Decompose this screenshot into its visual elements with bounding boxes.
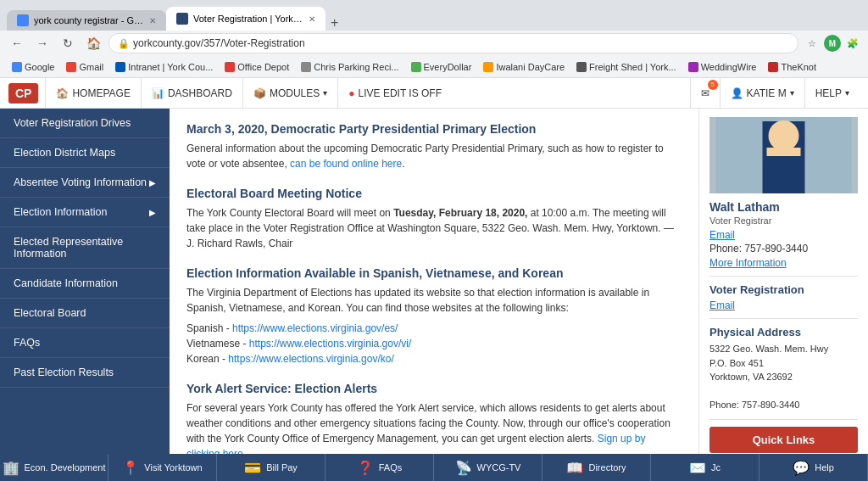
section-york-alert: York Alert Service: Election Alerts For … xyxy=(186,382,682,454)
sidebar-label-election-info: Election Information xyxy=(14,206,107,218)
divider-3 xyxy=(709,419,858,420)
cms-help[interactable]: HELP ▾ xyxy=(804,78,860,109)
bookmark-intranet[interactable]: Intranet | York Cou... xyxy=(110,60,218,74)
cms-nav-homepage[interactable]: 🏠 HOMEPAGE xyxy=(45,78,140,109)
bottom-nav-directory[interactable]: 📖 Directory xyxy=(542,454,651,481)
bottom-nav-faqs[interactable]: ❓ FAQs xyxy=(326,454,434,481)
wycg-icon: 📡 xyxy=(455,460,472,476)
sidebar-item-candidate[interactable]: Candidate Information xyxy=(0,269,170,299)
sidebar-item-past-results[interactable]: Past Election Results xyxy=(0,358,170,388)
bottom-nav-econ-label: Econ. Development xyxy=(25,462,106,473)
sidebar-item-election-maps[interactable]: Election District Maps xyxy=(0,138,170,168)
section-title-board: Electoral Board Meeting Notice xyxy=(186,187,682,200)
tab-close-2[interactable]: ✕ xyxy=(309,14,315,24)
home-button[interactable]: 🏠 xyxy=(83,33,103,53)
bottom-nav-wycg[interactable]: 📡 WYCG-TV xyxy=(434,454,542,481)
bookmark-freight[interactable]: Freight Shed | York... xyxy=(571,60,682,74)
physical-address-text: 5322 Geo. Wash. Mem. Hwy P.O. Box 451 Yo… xyxy=(709,342,858,412)
cms-nav-modules[interactable]: 📦 MODULES ▾ xyxy=(242,78,337,109)
forward-button[interactable]: → xyxy=(32,33,53,53)
tab-favicon-1 xyxy=(17,14,29,26)
bookmark-dollar[interactable]: EveryDollar xyxy=(406,60,477,74)
refresh-button[interactable]: ↻ xyxy=(58,33,78,53)
bookmark-label-gmail: Gmail xyxy=(79,62,103,72)
bookmark-icon-wedding xyxy=(688,62,698,72)
bookmark-knot[interactable]: TheKnot xyxy=(763,60,821,74)
section-title-languages: Election Information Available in Spanis… xyxy=(186,266,682,280)
section-text-board: The York County Electoral Board will mee… xyxy=(186,205,682,251)
sidebar-item-electoral-board[interactable]: Electoral Board xyxy=(0,299,170,328)
election-info-arrow-icon: ▶ xyxy=(149,208,156,217)
browser-tab-2[interactable]: Voter Registration | York County... ✕ xyxy=(166,7,326,31)
bookmark-gmail[interactable]: Gmail xyxy=(61,60,108,74)
bookmark-label-google: Google xyxy=(25,62,54,72)
bookmark-icon-dollar xyxy=(411,62,421,72)
address-icons: ☆ M 🧩 xyxy=(804,35,861,52)
signup-link[interactable]: Sign up by clicking here. xyxy=(186,433,645,454)
cms-logo: CP xyxy=(8,83,38,103)
spanish-link[interactable]: https://www.elections.virginia.gov/es/ xyxy=(232,322,398,334)
profile-icon[interactable]: M xyxy=(824,35,841,52)
bottom-nav-econ[interactable]: 🏢 Econ. Development xyxy=(0,454,108,481)
bottom-nav-contact-label: Jc xyxy=(711,462,721,473)
section-primary-election: March 3, 2020, Democratic Party Presiden… xyxy=(186,122,682,171)
absentee-arrow-icon: ▶ xyxy=(149,178,156,187)
extension-icon[interactable]: 🧩 xyxy=(844,35,861,52)
notification-badge: 5 xyxy=(708,80,718,90)
bookmark-label-wedding: WeddingWire xyxy=(701,62,757,72)
bookmark-parking[interactable]: Chris Parking Reci... xyxy=(296,60,403,74)
person-name: Walt Latham xyxy=(709,200,858,214)
cms-notifications[interactable]: ✉ 5 xyxy=(690,78,720,109)
bottom-nav-directory-label: Directory xyxy=(588,462,626,473)
bookmark-daycare[interactable]: Iwalani DayCare xyxy=(478,60,570,74)
cms-user-menu[interactable]: 👤 KATIE M ▾ xyxy=(720,78,804,109)
primary-link[interactable]: can be found online here xyxy=(290,158,402,170)
modules-icon: 📦 xyxy=(253,87,266,99)
sidebar-item-election-info[interactable]: Election Information ▶ xyxy=(0,198,170,227)
person-more-link[interactable]: More Information xyxy=(709,257,787,269)
tab-close-1[interactable]: ✕ xyxy=(149,16,156,25)
browser-tab-1[interactable]: york county registrar - Google S... ✕ xyxy=(7,10,166,31)
sidebar-item-absentee[interactable]: Absentee Voting Information ▶ xyxy=(0,168,170,198)
sidebar-item-elected-rep[interactable]: Elected Representative Information xyxy=(0,227,170,269)
bookmark-label-parking: Chris Parking Reci... xyxy=(314,62,398,72)
bookmark-label-daycare: Iwalani DayCare xyxy=(496,62,565,72)
sidebar-item-faqs[interactable]: FAQs xyxy=(0,328,170,358)
cms-nav-liveedit[interactable]: ● LIVE EDIT IS OFF xyxy=(337,78,452,109)
korean-link[interactable]: https://www.elections.virginia.gov/ko/ xyxy=(228,353,393,365)
back-button[interactable]: ← xyxy=(7,33,27,53)
cms-nav-dashboard-label: DASHBOARD xyxy=(168,87,232,99)
person-title: Voter Registrar xyxy=(709,215,858,226)
liveedit-icon: ● xyxy=(348,87,354,99)
section-text-languages: The Virginia Department of Elections has… xyxy=(186,285,682,316)
star-icon[interactable]: ☆ xyxy=(804,35,821,52)
cms-nav-dashboard[interactable]: 📊 DASHBOARD xyxy=(141,78,242,109)
content-main: March 3, 2020, Democratic Party Presiden… xyxy=(170,109,698,454)
sidebar-label-voter-drives: Voter Registration Drives xyxy=(14,117,131,129)
bookmark-wedding[interactable]: WeddingWire xyxy=(683,60,762,74)
voter-reg-email-link[interactable]: Email xyxy=(709,299,858,311)
url-lock-icon: 🔒 xyxy=(118,38,130,49)
svg-point-2 xyxy=(769,120,799,151)
bookmark-google[interactable]: Google xyxy=(7,60,59,74)
person-email-link[interactable]: Email xyxy=(709,229,858,241)
bookmark-label-knot: TheKnot xyxy=(781,62,816,72)
sidebar-label-elected-rep: Elected Representative Information xyxy=(14,236,156,260)
quick-links-button[interactable]: Quick Links xyxy=(709,427,858,453)
new-tab-button[interactable]: + xyxy=(326,15,343,31)
cms-nav-modules-label: MODULES xyxy=(270,87,320,99)
url-input[interactable]: 🔒 yorkcounty.gov/357/Voter-Registration xyxy=(108,33,798,53)
bottom-nav-billpay[interactable]: 💳 Bill Pay xyxy=(217,454,326,481)
vietnamese-link[interactable]: https://www.elections.virginia.gov/vi/ xyxy=(249,338,411,350)
bottom-nav-help[interactable]: 💬 Help xyxy=(760,454,868,481)
section-text-primary: General information about the upcoming D… xyxy=(186,141,682,171)
section-board-meeting: Electoral Board Meeting Notice The York … xyxy=(186,187,682,251)
bottom-nav-visit[interactable]: 📍 Visit Yorktown xyxy=(108,454,217,481)
url-text: yorkcounty.gov/357/Voter-Registration xyxy=(133,37,305,49)
bottom-nav-contact[interactable]: ✉️ Jc xyxy=(651,454,760,481)
sidebar-item-voter-drives[interactable]: Voter Registration Drives xyxy=(0,109,170,138)
bookmark-icon-knot xyxy=(768,62,778,72)
bookmark-office[interactable]: Office Depot xyxy=(220,60,294,74)
cms-username: KATIE M xyxy=(747,87,787,99)
cms-toolbar: CP 🏠 HOMEPAGE 📊 DASHBOARD 📦 MODULES ▾ ● … xyxy=(0,78,868,109)
